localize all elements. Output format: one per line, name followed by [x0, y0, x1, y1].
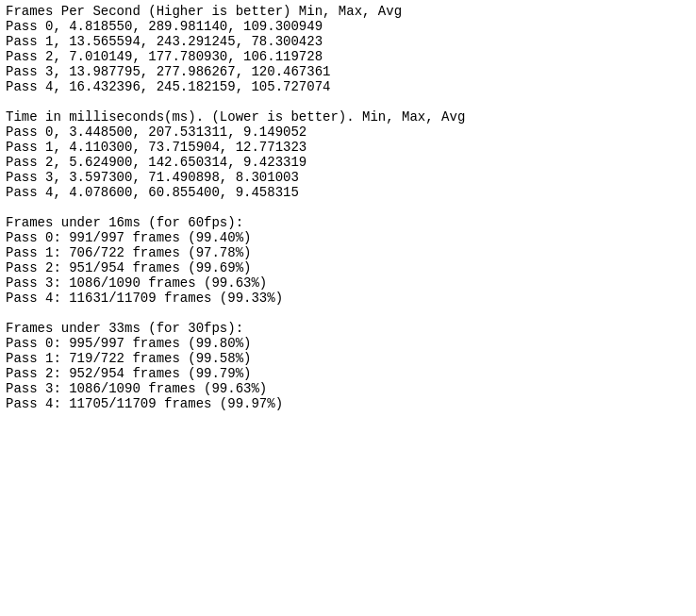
under33-section-line-5: Pass 4: 11705/11709 frames (99.97%) [6, 396, 690, 411]
under16-section-line-2: Pass 1: 706/722 frames (97.78%) [6, 245, 690, 260]
ms-section-line-3: Pass 2, 5.624900, 142.650314, 9.423319 [6, 155, 690, 170]
under16-section-line-3: Pass 2: 951/954 frames (99.69%) [6, 260, 690, 275]
fps-section-line-5: Pass 4, 16.432396, 245.182159, 105.72707… [6, 79, 690, 94]
under33-section-line-4: Pass 3: 1086/1090 frames (99.63%) [6, 381, 690, 396]
ms-section-line-2: Pass 1, 4.110300, 73.715904, 12.771323 [6, 140, 690, 155]
fps-section-line-1: Pass 0, 4.818550, 289.981140, 109.300949 [6, 19, 690, 34]
ms-section-line-5: Pass 4, 4.078600, 60.855400, 9.458315 [6, 185, 690, 200]
ms-section-line-4: Pass 3, 3.597300, 71.490898, 8.301003 [6, 170, 690, 185]
ms-section-line-1: Pass 0, 3.448500, 207.531311, 9.149052 [6, 125, 690, 140]
under33-section-line-1: Pass 0: 995/997 frames (99.80%) [6, 336, 690, 351]
under33-section: Frames under 33ms (for 30fps):Pass 0: 99… [6, 321, 690, 411]
under16-section-line-0: Frames under 16ms (for 60fps): [6, 215, 690, 230]
under33-section-line-3: Pass 2: 952/954 frames (99.79%) [6, 366, 690, 381]
under16-section-line-4: Pass 3: 1086/1090 frames (99.63%) [6, 275, 690, 291]
under16-section-line-5: Pass 4: 11631/11709 frames (99.33%) [6, 291, 690, 306]
fps-section: Frames Per Second (Higher is better) Min… [6, 4, 690, 94]
main-content: Frames Per Second (Higher is better) Min… [6, 4, 690, 411]
under16-section-line-1: Pass 0: 991/997 frames (99.40%) [6, 230, 690, 245]
ms-section-line-0: Time in milliseconds(ms). (Lower is bett… [6, 109, 690, 125]
fps-section-line-4: Pass 3, 13.987795, 277.986267, 120.46736… [6, 64, 690, 79]
under33-section-line-0: Frames under 33ms (for 30fps): [6, 321, 690, 336]
ms-section: Time in milliseconds(ms). (Lower is bett… [6, 109, 690, 200]
fps-section-line-0: Frames Per Second (Higher is better) Min… [6, 4, 690, 19]
fps-section-line-3: Pass 2, 7.010149, 177.780930, 106.119728 [6, 49, 690, 64]
under33-section-line-2: Pass 1: 719/722 frames (99.58%) [6, 351, 690, 366]
under16-section: Frames under 16ms (for 60fps):Pass 0: 99… [6, 215, 690, 306]
fps-section-line-2: Pass 1, 13.565594, 243.291245, 78.300423 [6, 34, 690, 49]
